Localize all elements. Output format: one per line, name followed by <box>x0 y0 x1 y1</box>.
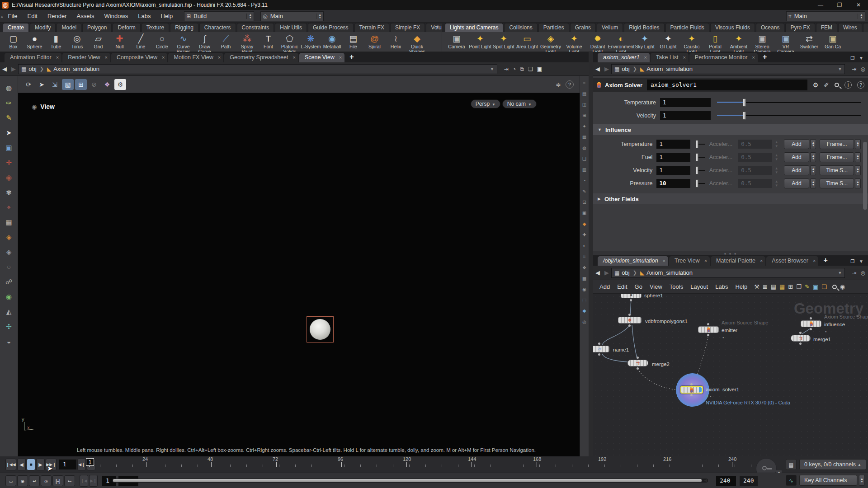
display-option-icon[interactable]: ◫ <box>582 102 586 107</box>
stop-button[interactable]: ■ <box>27 459 35 470</box>
shelf-tool[interactable]: ✦ GI Light <box>656 33 680 54</box>
shelf-tool[interactable]: ▮ Tube <box>45 33 66 54</box>
display-option-icon[interactable]: ◔ <box>583 178 585 183</box>
shelf-tab[interactable]: Oceans <box>756 23 784 32</box>
display-option-icon[interactable]: ▤ <box>582 91 586 96</box>
viewport-toolbar-icon[interactable]: ⚙ <box>114 79 126 90</box>
add-spinner[interactable]: ▲▼ <box>810 165 816 175</box>
close-tab-icon[interactable]: × <box>813 258 816 263</box>
add-button[interactable]: Add <box>784 152 810 162</box>
param-mini-slider[interactable] <box>696 140 699 148</box>
network-menu-item[interactable]: Labs <box>712 283 731 290</box>
desktop-spinner[interactable]: ▲▼ <box>246 14 252 19</box>
shelf-tool[interactable]: ▣ Gan Ca <box>821 33 844 54</box>
display-option-icon[interactable]: ▩ <box>582 276 586 281</box>
shelf-tool[interactable]: ✦ Caustic Light <box>680 33 703 54</box>
viewport-toolbar-icon[interactable]: ⊞ <box>75 79 87 90</box>
range-slider[interactable]: ◀ <box>112 479 708 483</box>
menu-item[interactable]: Help <box>156 10 178 23</box>
tick-settings-icon[interactable]: ╟╢ <box>52 475 63 486</box>
close-tab-icon[interactable]: × <box>292 55 295 60</box>
path-current[interactable]: Axiom_simulation <box>646 269 693 276</box>
mode-dropdown[interactable]: Time S... <box>820 165 854 175</box>
add-spinner[interactable]: ▲▼ <box>810 152 816 162</box>
node-axiom-solver1[interactable] <box>680 386 703 394</box>
pane-tab[interactable]: /obj/Axiom_simulation × <box>598 256 668 266</box>
playback-options-icon[interactable]: ▭ <box>5 475 16 486</box>
shelf-tab[interactable]: Pyro FX <box>785 23 815 32</box>
shelf-tab[interactable]: Rigid Bodies <box>624 23 664 32</box>
param-path-field[interactable]: ▦ obj ❯ ◣ Axiom_simulation ▼ <box>611 64 845 74</box>
viewer-tool-icon[interactable]: ▦ <box>3 216 15 228</box>
path-current[interactable]: Axiom_simulation <box>646 66 693 72</box>
param-mini-slider[interactable] <box>696 166 699 174</box>
display-option-icon[interactable]: ⌗ <box>583 254 586 259</box>
radial-menu-icon[interactable]: ◎ <box>861 270 865 276</box>
list-icon[interactable]: ▤ <box>771 283 776 290</box>
close-tab-icon[interactable]: × <box>218 55 221 60</box>
shelf-overflow-icon[interactable]: ▼ <box>435 25 439 29</box>
menu-item[interactable]: File <box>3 10 23 23</box>
shelf-tab[interactable]: Lights and Cameras <box>445 23 503 32</box>
node-sphere1[interactable]: ● <box>621 294 642 298</box>
node-merge1[interactable]: ⇉ <box>791 335 811 342</box>
pane-tab[interactable]: Asset Browser × <box>766 256 818 266</box>
pane-tab[interactable]: Geometry Spreadsheet × <box>224 53 298 62</box>
display-option-icon[interactable]: ≡ <box>583 80 586 85</box>
add-spinner[interactable]: ▲▼ <box>810 139 816 149</box>
audio-icon[interactable]: ◉ <box>17 475 28 486</box>
display-option-icon[interactable]: ◎ <box>582 319 586 324</box>
shelf-tool[interactable]: ⬠ Platonic Solids <box>279 33 300 54</box>
node-merge2[interactable]: ⇉ <box>627 360 648 366</box>
shelf-tool[interactable]: ▭ Area Light <box>515 33 539 54</box>
shelf-tab[interactable]: Grains <box>570 23 596 32</box>
viewer-tool-icon[interactable]: ◈ <box>3 231 15 243</box>
close-tab-icon[interactable]: × <box>56 55 59 60</box>
main-context-selector[interactable]: ⌗ Main ▲▼ <box>786 11 865 21</box>
shelf-tool[interactable]: ∫ Draw Curve <box>194 33 215 54</box>
add-spinner[interactable]: ▲▼ <box>810 178 816 188</box>
play-forward-button[interactable]: ▶ <box>36 459 45 470</box>
viewer-tool-icon[interactable]: ✑ <box>3 97 15 109</box>
path-root[interactable]: obj <box>622 66 629 72</box>
grid-view-icon[interactable]: ⊞ <box>788 283 793 290</box>
prev-key-button[interactable]: ❙◀ <box>80 475 88 487</box>
desktop-selector[interactable]: ⊞ Build ▲▼ <box>184 11 254 21</box>
pane-menu-icon[interactable]: ▼ <box>859 259 863 264</box>
pane-tab[interactable]: Motion FX View × <box>168 53 223 62</box>
help-icon[interactable]: ? <box>566 80 574 89</box>
network-editor-canvas[interactable]: Geometry ● sphere1 ❖ vdbfrompolygons1 ▱ … <box>593 294 868 456</box>
vertical-splitter[interactable] <box>589 52 593 456</box>
mode-spinner[interactable]: ▲▼ <box>855 178 861 188</box>
viewer-tool-icon[interactable]: ◉ <box>3 172 15 183</box>
display-option-icon[interactable]: ▦ <box>582 135 586 140</box>
shelf-tool[interactable]: ▣ Camera <box>445 33 468 54</box>
shelf-tool[interactable]: ✦ Point Light <box>468 33 492 54</box>
shelf-tool[interactable]: T Font <box>258 33 279 54</box>
viewer-tool-icon[interactable]: ✾ <box>3 187 15 198</box>
viewport-toolbar-icon[interactable]: ➤ <box>36 79 47 90</box>
viewport-toolbar-icon[interactable]: ❖ <box>101 79 113 90</box>
network-menu-item[interactable]: Tools <box>666 283 687 290</box>
key-all-channels-dropdown[interactable]: Key All Channels <box>799 475 857 486</box>
node-name1[interactable]: ▱ <box>593 346 609 352</box>
sphere-object[interactable] <box>310 319 330 340</box>
snapshot2-icon[interactable]: ❏ <box>528 66 533 72</box>
info-icon[interactable]: i <box>844 81 852 89</box>
current-frame-field[interactable]: 1 <box>59 460 76 469</box>
menu-item[interactable]: Edit <box>22 10 42 23</box>
display-option-icon[interactable]: ⊡ <box>582 200 586 205</box>
back-icon[interactable]: ◀ <box>2 66 7 72</box>
play-backward-button[interactable]: ◀ <box>17 459 26 470</box>
display-flag[interactable] <box>699 387 702 392</box>
playhead-flag[interactable]: 1 <box>86 458 94 466</box>
menu-item[interactable]: Render <box>42 10 72 23</box>
radial-menu-selector[interactable]: ◎ Main ▲▼ <box>260 11 324 21</box>
viewport-toolbar-icon[interactable]: ⊘ <box>88 79 100 90</box>
param-mini-slider[interactable] <box>696 179 699 188</box>
other-fields-section-header[interactable]: ▶ Other Fields <box>593 193 868 204</box>
display-option-icon[interactable]: ✚ <box>582 232 586 237</box>
real-time-toggle-icon[interactable]: ↩ <box>29 475 40 486</box>
close-tab-icon[interactable]: × <box>752 55 755 60</box>
palette-icon[interactable]: ▦ <box>779 283 785 290</box>
